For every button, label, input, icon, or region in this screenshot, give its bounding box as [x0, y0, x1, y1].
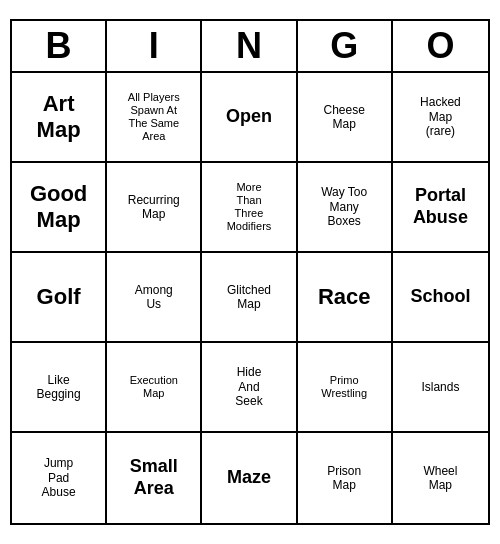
cell-text-17: Hide And Seek: [235, 365, 262, 408]
cell-text-5: Good Map: [30, 181, 87, 234]
header-letter-g: G: [298, 21, 393, 71]
cell-text-3: Cheese Map: [324, 103, 365, 132]
bingo-cell-7: More Than Three Modifiers: [202, 163, 297, 253]
cell-text-22: Maze: [227, 467, 271, 489]
bingo-cell-11: Among Us: [107, 253, 202, 343]
bingo-cell-14: School: [393, 253, 488, 343]
bingo-cell-5: Good Map: [12, 163, 107, 253]
bingo-cell-8: Way Too Many Boxes: [298, 163, 393, 253]
bingo-cell-6: Recurring Map: [107, 163, 202, 253]
bingo-cell-4: Hacked Map (rare): [393, 73, 488, 163]
bingo-cell-17: Hide And Seek: [202, 343, 297, 433]
cell-text-7: More Than Three Modifiers: [227, 181, 272, 234]
bingo-cell-13: Race: [298, 253, 393, 343]
bingo-cell-21: Small Area: [107, 433, 202, 523]
bingo-cell-16: Execution Map: [107, 343, 202, 433]
bingo-cell-1: All Players Spawn At The Same Area: [107, 73, 202, 163]
cell-text-16: Execution Map: [130, 374, 178, 400]
header-letter-b: B: [12, 21, 107, 71]
cell-text-11: Among Us: [135, 283, 173, 312]
cell-text-20: Jump Pad Abuse: [42, 456, 76, 499]
bingo-header: BINGO: [12, 21, 488, 73]
header-letter-n: N: [202, 21, 297, 71]
cell-text-8: Way Too Many Boxes: [321, 185, 367, 228]
bingo-cell-19: Islands: [393, 343, 488, 433]
cell-text-14: School: [410, 286, 470, 308]
bingo-cell-12: Glitched Map: [202, 253, 297, 343]
bingo-cell-24: Wheel Map: [393, 433, 488, 523]
cell-text-24: Wheel Map: [423, 464, 457, 493]
cell-text-4: Hacked Map (rare): [420, 95, 461, 138]
cell-text-10: Golf: [37, 284, 81, 310]
cell-text-2: Open: [226, 106, 272, 128]
bingo-cell-0: Art Map: [12, 73, 107, 163]
cell-text-9: Portal Abuse: [413, 185, 468, 228]
header-letter-o: O: [393, 21, 488, 71]
cell-text-21: Small Area: [130, 456, 178, 499]
bingo-cell-22: Maze: [202, 433, 297, 523]
cell-text-19: Islands: [421, 380, 459, 394]
bingo-cell-3: Cheese Map: [298, 73, 393, 163]
header-letter-i: I: [107, 21, 202, 71]
cell-text-18: Primo Wrestling: [321, 374, 367, 400]
cell-text-15: Like Begging: [37, 373, 81, 402]
bingo-cell-15: Like Begging: [12, 343, 107, 433]
cell-text-23: Prison Map: [327, 464, 361, 493]
cell-text-13: Race: [318, 284, 371, 310]
cell-text-0: Art Map: [37, 91, 81, 144]
cell-text-6: Recurring Map: [128, 193, 180, 222]
bingo-cell-10: Golf: [12, 253, 107, 343]
bingo-cell-23: Prison Map: [298, 433, 393, 523]
bingo-card: BINGO Art MapAll Players Spawn At The Sa…: [10, 19, 490, 525]
bingo-cell-2: Open: [202, 73, 297, 163]
bingo-cell-18: Primo Wrestling: [298, 343, 393, 433]
bingo-grid: Art MapAll Players Spawn At The Same Are…: [12, 73, 488, 523]
cell-text-1: All Players Spawn At The Same Area: [128, 91, 180, 144]
bingo-cell-9: Portal Abuse: [393, 163, 488, 253]
bingo-cell-20: Jump Pad Abuse: [12, 433, 107, 523]
cell-text-12: Glitched Map: [227, 283, 271, 312]
